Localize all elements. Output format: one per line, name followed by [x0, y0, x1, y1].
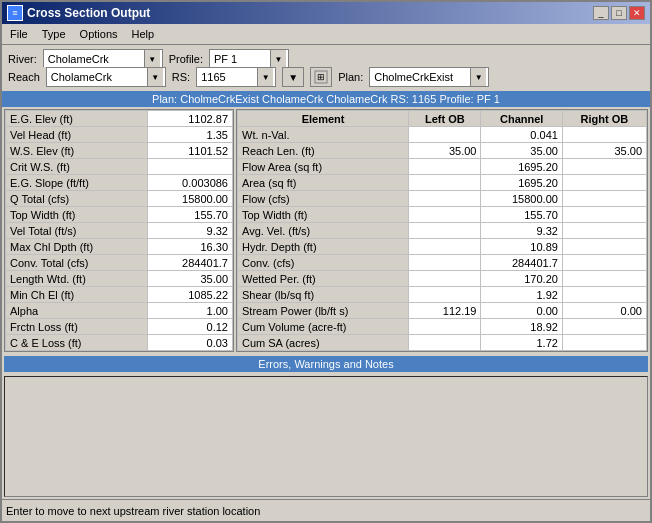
row-value: 1.00: [148, 303, 233, 319]
table-row: Shear (lb/sq ft)1.92: [238, 287, 647, 303]
plan-dropdown[interactable]: CholmeCrkExist ▼: [369, 67, 489, 87]
reach-label: Reach: [8, 71, 40, 83]
row-label: Conv. Total (cfs): [6, 255, 148, 271]
rs-label: RS:: [172, 71, 190, 83]
row-value: [409, 207, 481, 223]
profile-dropdown[interactable]: PF 1 ▼: [209, 49, 289, 69]
plan-label: Plan:: [338, 71, 363, 83]
row-value: 0.00: [562, 303, 646, 319]
row-value: 1.72: [481, 335, 562, 351]
row-label: Vel Head (ft): [6, 127, 148, 143]
window-title: Cross Section Output: [27, 6, 150, 20]
nav-down-button[interactable]: ▼: [282, 67, 304, 87]
left-table: E.G. Elev (ft)1102.87Vel Head (ft)1.35W.…: [5, 110, 233, 351]
row-value: [409, 255, 481, 271]
row-label: Max Chl Dpth (ft): [6, 239, 148, 255]
profile-dropdown-arrow[interactable]: ▼: [270, 50, 286, 68]
svg-text:⊞: ⊞: [317, 72, 325, 82]
table-row: Top Width (ft)155.70: [6, 207, 233, 223]
row-value: [409, 223, 481, 239]
row-label: Reach Len. (ft): [238, 143, 409, 159]
table-row: Min Ch El (ft)1085.22: [6, 287, 233, 303]
row-label: Shear (lb/sq ft): [238, 287, 409, 303]
menu-type[interactable]: Type: [36, 26, 72, 42]
right-table: ElementLeft OBChannelRight OB Wt. n-Val.…: [237, 110, 647, 351]
table-row: Cum Volume (acre-ft)18.92: [238, 319, 647, 335]
profile-label: Profile:: [169, 53, 203, 65]
blank-area: [4, 376, 648, 497]
column-header: Left OB: [409, 111, 481, 127]
row-value: 16.30: [148, 239, 233, 255]
row-value: [562, 255, 646, 271]
row-label: Min Ch El (ft): [6, 287, 148, 303]
plan-dropdown-arrow[interactable]: ▼: [470, 68, 486, 86]
reach-dropdown[interactable]: CholameCrk ▼: [46, 67, 166, 87]
row-value: 284401.7: [481, 255, 562, 271]
table-row: Length Wtd. (ft)35.00: [6, 271, 233, 287]
river-dropdown[interactable]: CholameCrk ▼: [43, 49, 163, 69]
profile-value: PF 1: [212, 53, 270, 65]
column-header: Channel: [481, 111, 562, 127]
menu-help[interactable]: Help: [126, 26, 161, 42]
row-label: Flow (cfs): [238, 191, 409, 207]
table-row: W.S. Elev (ft)1101.52: [6, 143, 233, 159]
close-button[interactable]: ✕: [629, 6, 645, 20]
column-header: Right OB: [562, 111, 646, 127]
row-value: [562, 127, 646, 143]
row-value: [409, 271, 481, 287]
row-value: 35.00: [148, 271, 233, 287]
row-value: [409, 319, 481, 335]
rs-dropdown[interactable]: 1165 ▼: [196, 67, 276, 87]
table-row: Top Width (ft)155.70: [238, 207, 647, 223]
row-value: [409, 159, 481, 175]
table-row: Max Chl Dpth (ft)16.30: [6, 239, 233, 255]
river-label: River:: [8, 53, 37, 65]
row-label: W.S. Elev (ft): [6, 143, 148, 159]
row-value: 1085.22: [148, 287, 233, 303]
row-value: [562, 319, 646, 335]
reach-dropdown-arrow[interactable]: ▼: [147, 68, 163, 86]
toolbar-row-1: River: CholameCrk ▼ Profile: PF 1 ▼: [8, 49, 644, 69]
table-row: Crit W.S. (ft): [6, 159, 233, 175]
row-value: [148, 159, 233, 175]
row-label: Flow Area (sq ft): [238, 159, 409, 175]
table-row: Wt. n-Val.0.041: [238, 127, 647, 143]
row-value: 1695.20: [481, 175, 562, 191]
minimize-button[interactable]: _: [593, 6, 609, 20]
row-value: [562, 271, 646, 287]
menu-bar: File Type Options Help: [2, 24, 650, 45]
row-value: 9.32: [148, 223, 233, 239]
row-value: [562, 175, 646, 191]
row-value: 15800.00: [481, 191, 562, 207]
row-label: Conv. (cfs): [238, 255, 409, 271]
row-label: Cum SA (acres): [238, 335, 409, 351]
menu-options[interactable]: Options: [74, 26, 124, 42]
row-label: Top Width (ft): [238, 207, 409, 223]
row-value: [409, 287, 481, 303]
left-panel: E.G. Elev (ft)1102.87Vel Head (ft)1.35W.…: [4, 109, 234, 352]
river-dropdown-arrow[interactable]: ▼: [144, 50, 160, 68]
row-value: 10.89: [481, 239, 562, 255]
maximize-button[interactable]: □: [611, 6, 627, 20]
row-value: 0.041: [481, 127, 562, 143]
row-label: Crit W.S. (ft): [6, 159, 148, 175]
menu-file[interactable]: File: [4, 26, 34, 42]
table-row: Frctn Loss (ft)0.12: [6, 319, 233, 335]
toolbar-row-2: Reach CholameCrk ▼ RS: 1165 ▼ ▼ ⊞ Plan: …: [8, 67, 644, 87]
table-row: Flow Area (sq ft)1695.20: [238, 159, 647, 175]
row-value: [409, 191, 481, 207]
table-row: Reach Len. (ft)35.0035.0035.00: [238, 143, 647, 159]
rs-dropdown-arrow[interactable]: ▼: [257, 68, 273, 86]
table-row: Stream Power (lb/ft s)112.190.000.00: [238, 303, 647, 319]
table-row: Conv. Total (cfs)284401.7: [6, 255, 233, 271]
row-label: Frctn Loss (ft): [6, 319, 148, 335]
table-row: Q Total (cfs)15800.00: [6, 191, 233, 207]
row-value: [409, 127, 481, 143]
row-label: Q Total (cfs): [6, 191, 148, 207]
title-bar: ≡ Cross Section Output _ □ ✕: [2, 2, 650, 24]
table-row: E.G. Slope (ft/ft)0.003086: [6, 175, 233, 191]
row-value: 1101.52: [148, 143, 233, 159]
right-panel: ElementLeft OBChannelRight OB Wt. n-Val.…: [236, 109, 648, 352]
status-bar: Enter to move to next upstream river sta…: [2, 499, 650, 521]
nav-up-button[interactable]: ⊞: [310, 67, 332, 87]
